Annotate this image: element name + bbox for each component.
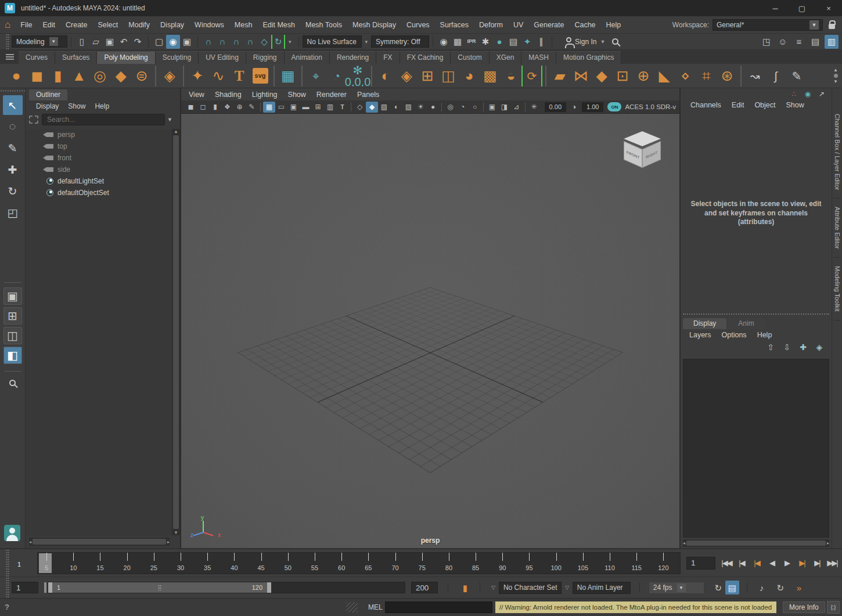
render-view-icon[interactable]: ◉ (437, 35, 451, 49)
snap-to-view-plane-icon[interactable]: ◇ (257, 35, 271, 49)
safe-action-icon[interactable]: ▥ (324, 102, 336, 113)
command-input[interactable] (385, 601, 492, 613)
outliner-persp-layout[interactable]: ◧ (3, 347, 22, 364)
anti-aliasing-icon[interactable]: ○ (469, 102, 481, 113)
shelf-tab[interactable]: Animation (285, 51, 330, 64)
outliner-item[interactable]: top (26, 141, 172, 152)
bookmark-icon[interactable]: ▮ (458, 581, 472, 595)
fps-select[interactable]: 24 fps ▼ (649, 582, 704, 594)
four-pane-layout[interactable]: ⊞ (3, 307, 22, 325)
layer-horizontal-scrollbar[interactable]: ◂ ▸ (683, 539, 829, 547)
outliner-item[interactable]: side (26, 164, 172, 175)
color-management-toggle[interactable]: ON (607, 102, 621, 111)
animation-preferences-icon[interactable]: ▤ (725, 581, 739, 595)
create-layer-from-selected-icon[interactable]: ◈ (814, 342, 825, 352)
workspace-select[interactable]: General* ▼ (713, 19, 823, 31)
use-default-material-icon[interactable]: ◐ (390, 102, 402, 113)
menu-item[interactable]: Mesh Display (347, 17, 401, 33)
more-info-button[interactable]: More Info (783, 601, 825, 613)
delete-history-icon[interactable]: ◔ (326, 66, 347, 87)
menu-item[interactable]: Help (752, 327, 778, 343)
search-icon[interactable] (612, 38, 618, 45)
bridge-icon[interactable]: ⋈ (570, 66, 591, 87)
snap-to-grid-icon[interactable]: ∩ (201, 35, 215, 49)
display-textures-icon[interactable]: ● (492, 35, 506, 49)
menu-item[interactable]: Display (31, 100, 63, 112)
outliner-tab[interactable]: Outliner (29, 89, 67, 100)
close-button[interactable]: × (815, 0, 842, 16)
platonic-solid-icon[interactable]: ◈ (159, 66, 180, 87)
shelf-tab[interactable]: MASH (521, 51, 556, 64)
animation-end-field[interactable] (411, 582, 438, 593)
occlusion-icon[interactable]: ◎ (444, 102, 456, 113)
sign-in-control[interactable]: Sign In ▼ (565, 38, 609, 46)
film-gate-icon[interactable]: ▭ (275, 102, 287, 113)
audio-icon[interactable]: ♪ (755, 581, 769, 595)
separate-icon[interactable]: ⊞ (417, 66, 438, 87)
menu-item[interactable]: UV (508, 17, 528, 33)
exposure-icon[interactable]: ✳ (528, 102, 540, 113)
menu-item[interactable]: Channels (685, 97, 726, 113)
safe-title-icon[interactable]: T (336, 102, 348, 113)
command-language-label[interactable]: MEL (368, 603, 383, 611)
panel-grip[interactable] (6, 34, 9, 49)
menu-item[interactable]: Windows (189, 17, 229, 33)
subdivide-icon[interactable]: ▩ (480, 66, 501, 87)
panel-grip[interactable] (6, 549, 9, 577)
viewport-canvas[interactable]: FRONT RIGHT y x z persp (181, 114, 679, 548)
grease-pencil-icon[interactable]: ✎ (246, 102, 258, 113)
average-vertices-icon[interactable]: ⋄ (675, 66, 696, 87)
snap-to-point-icon[interactable]: ∩ (229, 35, 243, 49)
outliner-item[interactable]: front (26, 152, 172, 164)
live-surface-field[interactable]: No Live Surface (303, 35, 362, 48)
scroll-down-icon[interactable]: ▼ (833, 79, 838, 84)
make-live-icon[interactable]: ↻ (271, 35, 285, 49)
menu-item[interactable]: Curves (401, 17, 435, 33)
animation-start-field[interactable] (12, 582, 38, 593)
render-setup-icon[interactable]: ▤ (506, 35, 520, 49)
freeze-transform-icon[interactable]: ✻0,0,0 (347, 66, 368, 87)
poly-plane-icon[interactable]: ◆ (110, 66, 131, 87)
snap-to-projected-center-icon[interactable]: ∩ (243, 35, 257, 49)
sync-playback-icon[interactable]: ↻ (773, 581, 787, 595)
script-editor-icon[interactable]: {;} (827, 601, 840, 614)
menu-item[interactable]: Layers (684, 327, 717, 343)
cached-playback-icon[interactable]: » (792, 581, 806, 595)
menu-set-select[interactable]: Modeling ▼ (12, 35, 67, 48)
help-icon[interactable]: ? (5, 603, 9, 611)
poly-sphere-icon[interactable]: ● (6, 66, 27, 87)
chevron-down-icon[interactable]: ▾ (289, 39, 292, 45)
chevron-down-icon[interactable]: ▼ (677, 583, 686, 592)
shelf-tab[interactable]: Rendering (330, 51, 376, 64)
poly-cube-icon[interactable]: ◼ (27, 66, 48, 87)
snap-to-curve-icon[interactable]: ∩ (215, 35, 229, 49)
section-separator[interactable] (297, 35, 301, 48)
menu-item[interactable]: File (15, 17, 37, 33)
chevron-down-icon[interactable]: ▾ (365, 39, 368, 45)
lasso-tool[interactable]: ◌ (3, 117, 23, 136)
menu-item[interactable]: Object (749, 97, 780, 113)
chevron-down-icon[interactable]: ▼ (49, 37, 58, 46)
playback-range[interactable]: 1 120 (48, 582, 271, 593)
play-backwards-button[interactable]: ◀ (764, 556, 779, 571)
redo-icon[interactable]: ↷ (131, 35, 145, 49)
menu-item[interactable]: Edit Mesh (257, 17, 300, 33)
sidebar-vertical-tab[interactable]: Modeling Toolkit (834, 258, 841, 320)
range-handle[interactable] (44, 582, 46, 593)
center-pivot-icon[interactable]: ⌖ (305, 66, 326, 87)
shelf-tab[interactable]: XGen (490, 51, 522, 64)
panel-grip[interactable] (6, 577, 9, 598)
outliner-item[interactable]: defaultLightSet (26, 175, 172, 187)
shelf-menu-icon[interactable] (6, 54, 14, 61)
curve-tool-icon[interactable]: ↝ (744, 66, 765, 87)
outliner-vertical-scrollbar[interactable]: ▲ ▼ (172, 129, 180, 535)
section-separator[interactable] (69, 35, 73, 48)
light-editor-icon[interactable]: ✦ (520, 35, 534, 49)
camera-attributes-icon[interactable]: ◻ (197, 102, 209, 113)
shadows-icon[interactable]: ● (427, 102, 439, 113)
view-transform-label[interactable]: ACES 1.0 SDR-v (625, 103, 676, 110)
section-separator[interactable] (196, 35, 200, 48)
shelf-tab[interactable]: Curves (19, 51, 55, 64)
grid-toggle-icon[interactable]: ▦ (263, 102, 275, 113)
pencil-curve-tool-icon[interactable]: ✎ (786, 66, 807, 87)
